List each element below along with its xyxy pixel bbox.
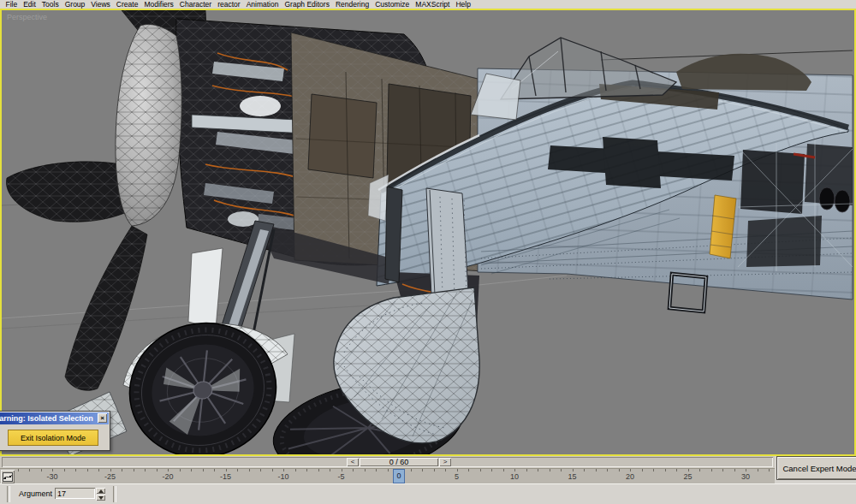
trackbar-tick	[596, 469, 597, 471]
trackbar-tick	[434, 469, 435, 471]
time-slider-handle[interactable]: 0 / 60	[360, 458, 438, 466]
trackbar-tick	[110, 469, 111, 471]
trackbar-tick	[711, 469, 712, 471]
current-frame-marker[interactable]: 0	[393, 469, 405, 483]
trackbar-tick	[411, 469, 412, 471]
time-slider-track[interactable]: < 0 / 60 >	[2, 457, 773, 467]
menu-item-animation[interactable]: Animation	[243, 0, 282, 9]
menu-item-graph-editors[interactable]: Graph Editors	[282, 0, 332, 9]
trackbar-tick	[342, 469, 342, 471]
dialog-title-bar[interactable]: Warning: Isolated Selection ×	[0, 412, 109, 424]
trackbar-tick	[676, 469, 677, 471]
dialog-body: Exit Isolation Mode	[0, 425, 110, 450]
argument-spinner	[96, 488, 105, 501]
trackbar-tick	[561, 469, 562, 471]
trackbar-tick	[538, 469, 538, 471]
trackbar-label--20: -20	[158, 472, 177, 481]
track-bar[interactable]: 0 -30-25-20-15-10-5051015202530	[0, 468, 775, 483]
menu-bar: FileEditToolsGroupViewsCreateModifiersCh…	[0, 0, 856, 9]
trackbar-tick	[64, 469, 65, 471]
trackbar-tick	[272, 469, 273, 471]
perspective-viewport[interactable]: Perspective	[2, 10, 854, 454]
menu-item-reactor[interactable]: reactor	[215, 0, 243, 9]
aircraft-3d-model[interactable]	[2, 10, 854, 454]
cancel-expert-mode-button[interactable]: Cancel Expert Mode	[776, 456, 856, 480]
trackbar-tick	[260, 469, 261, 471]
trackbar-tick	[376, 469, 377, 471]
trackbar-tick	[134, 469, 134, 471]
trackbar-label--30: -30	[43, 472, 62, 481]
trackbar-label-10: 10	[505, 472, 524, 481]
trackbar-tick	[295, 469, 296, 471]
trackbar-tick	[503, 469, 504, 471]
trackbar-tick	[607, 469, 608, 471]
previous-frame-button[interactable]: <	[347, 458, 359, 466]
trackbar-tick	[87, 469, 88, 471]
trackbar-tick	[145, 469, 146, 471]
menu-item-modifiers[interactable]: Modifiers	[141, 0, 176, 9]
curve-editor-icon	[3, 472, 13, 482]
trackbar-tick	[157, 469, 158, 471]
trackbar-tick	[688, 469, 689, 471]
viewport-active-border: Perspective	[0, 9, 856, 456]
trackbar-label--5: -5	[332, 472, 351, 481]
trackbar-tick	[584, 469, 585, 471]
trackbar-tick	[249, 469, 250, 471]
exit-isolation-mode-button[interactable]: Exit Isolation Mode	[8, 430, 98, 446]
close-icon[interactable]: ×	[98, 413, 107, 423]
spinner-down-button[interactable]	[96, 495, 105, 501]
trackbar-tick	[98, 469, 99, 471]
trackbar-tick	[388, 469, 389, 471]
trackbar-tick	[630, 469, 631, 471]
trackbar-tick	[734, 469, 735, 471]
spinner-up-button[interactable]	[96, 488, 105, 494]
status-bar: Argument 17	[0, 483, 856, 504]
next-frame-button[interactable]: >	[439, 458, 451, 466]
trackbar-tick	[168, 469, 169, 471]
menu-item-tools[interactable]: Tools	[39, 0, 62, 9]
trackbar-tick	[526, 469, 527, 471]
mini-curve-editor-button[interactable]	[1, 470, 15, 483]
trackbar-label-5: 5	[448, 472, 467, 481]
menu-item-views[interactable]: Views	[88, 0, 114, 9]
trackbar-tick	[214, 469, 215, 471]
menu-item-edit[interactable]: Edit	[21, 0, 39, 9]
trackbar-tick	[457, 469, 458, 471]
current-frame-value: 0	[396, 471, 401, 480]
trackbar-tick	[422, 469, 423, 471]
down-arrow-icon	[98, 496, 104, 500]
trackbar-tick	[514, 469, 515, 471]
trackbar-tick	[330, 469, 330, 471]
viewport-label: Perspective	[7, 13, 47, 21]
menu-item-create[interactable]: Create	[113, 0, 141, 9]
trackbar-tick	[480, 469, 481, 471]
isolation-warning-dialog: Warning: Isolated Selection × Exit Isola…	[0, 411, 110, 451]
trackbar-tick	[758, 469, 758, 471]
menu-item-customize[interactable]: Customize	[372, 0, 413, 9]
trackbar-tick	[318, 469, 319, 471]
menu-item-help[interactable]: Help	[453, 0, 473, 9]
menu-item-maxscript[interactable]: MAXScript	[413, 0, 453, 9]
interior-box	[740, 150, 805, 214]
trackbar-tick	[746, 469, 746, 471]
menu-item-file[interactable]: File	[3, 0, 21, 9]
argument-field[interactable]: 17	[55, 488, 95, 499]
trackbar-tick	[122, 469, 122, 471]
menu-item-character[interactable]: Character	[176, 0, 214, 9]
wheel	[116, 308, 291, 454]
trackbar-tick	[353, 469, 354, 471]
trackbar-label-15: 15	[563, 472, 582, 481]
menu-item-rendering[interactable]: Rendering	[332, 0, 372, 9]
trackbar-label-25: 25	[679, 472, 698, 481]
trackbar-tick	[365, 469, 366, 471]
trackbar-tick	[52, 469, 53, 471]
trackbar-tick	[468, 469, 469, 471]
dialog-title: Warning: Isolated Selection	[0, 414, 93, 423]
trackbar-tick	[203, 469, 204, 471]
menu-item-group[interactable]: Group	[62, 0, 88, 9]
time-slider-row: < 0 / 60 >	[0, 456, 775, 468]
fw190-model[interactable]	[6, 10, 853, 454]
argument-label: Argument	[19, 489, 52, 498]
trackbar-tick	[75, 469, 76, 471]
trackbar-label--25: -25	[101, 472, 120, 481]
